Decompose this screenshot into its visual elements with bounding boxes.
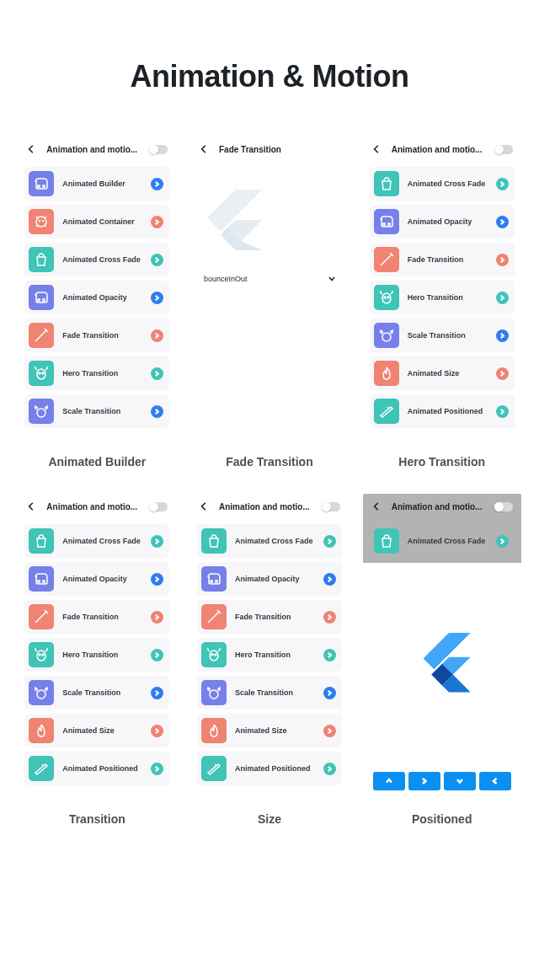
- back-button[interactable]: [26, 501, 38, 512]
- theme-toggle[interactable]: [494, 502, 513, 511]
- left-button[interactable]: [479, 772, 511, 790]
- chevron-icon: [151, 367, 163, 380]
- caption: Animated Builder: [48, 455, 146, 469]
- list-row[interactable]: Hero Transition: [24, 356, 169, 390]
- bag-icon: [374, 171, 399, 196]
- list-row[interactable]: Animated Positioned: [370, 394, 515, 428]
- chevron-icon: [323, 535, 336, 548]
- row-label: Animated Positioned: [408, 407, 496, 415]
- bag-icon: [29, 528, 54, 554]
- chevron-icon: [151, 405, 163, 418]
- back-button[interactable]: [199, 501, 211, 512]
- chevron-icon: [151, 573, 163, 586]
- list-row[interactable]: Animated Cross Fade: [24, 243, 169, 276]
- theme-toggle[interactable]: [322, 502, 340, 511]
- row-label: Animated Positioned: [62, 764, 151, 773]
- buffalo-icon: [374, 323, 399, 348]
- list-row[interactable]: Animated Container: [24, 205, 169, 238]
- chevron-icon: [151, 649, 163, 661]
- cow-icon: [29, 642, 54, 667]
- phone-size: Animation and motio... Animated Cross Fa…: [190, 494, 349, 797]
- phone-animated-builder: Animation and motio... Animated BuilderA…: [18, 137, 176, 440]
- list-row[interactable]: Animated Cross Fade: [370, 167, 515, 201]
- theme-toggle[interactable]: [149, 145, 168, 154]
- list-row[interactable]: Animated Cross Fade: [24, 524, 169, 558]
- list-row[interactable]: Animated Opacity: [24, 281, 169, 314]
- back-button[interactable]: [199, 143, 211, 155]
- row-label: Fade Transition: [62, 613, 151, 621]
- pen-icon: [374, 247, 399, 272]
- flutter-logo: [408, 626, 476, 693]
- appbar-title: Animation and motio...: [392, 145, 494, 154]
- list-row[interactable]: Animated Opacity: [370, 205, 515, 238]
- list-row[interactable]: Fade Transition: [24, 600, 169, 634]
- cow-icon: [29, 361, 54, 386]
- list-row[interactable]: Animated Opacity: [24, 562, 169, 596]
- chevron-icon: [496, 178, 509, 190]
- list-row[interactable]: Scale Transition: [370, 319, 515, 352]
- buffalo-icon: [29, 399, 54, 424]
- chevron-icon: [151, 292, 163, 304]
- row-label: Animated Opacity: [62, 575, 151, 583]
- chevron-icon: [323, 725, 336, 737]
- caption: Size: [258, 812, 281, 826]
- list-row[interactable]: Animated Opacity: [197, 562, 342, 596]
- fire-icon: [29, 718, 54, 743]
- list-row[interactable]: Animated Positioned: [24, 752, 169, 785]
- list-row[interactable]: Fade Transition: [24, 319, 169, 352]
- list-row[interactable]: Animated Cross Fade: [370, 524, 515, 558]
- chevron-icon: [151, 725, 163, 737]
- rifle-icon: [374, 399, 399, 424]
- list-row[interactable]: Hero Transition: [197, 638, 342, 672]
- row-label: Hero Transition: [62, 651, 151, 659]
- list-row[interactable]: Hero Transition: [24, 638, 169, 672]
- theme-toggle[interactable]: [149, 502, 168, 511]
- page-title: Animation & Motion: [0, 0, 539, 137]
- right-button[interactable]: [408, 772, 440, 790]
- list-row[interactable]: Hero Transition: [370, 281, 515, 314]
- row-label: Scale Transition: [62, 688, 151, 697]
- fire-icon: [374, 361, 399, 386]
- list-row[interactable]: Animated Size: [24, 714, 169, 747]
- caption: Hero Transition: [398, 455, 485, 469]
- easing-dropdown[interactable]: bounceInOut: [190, 268, 349, 290]
- back-button[interactable]: [371, 143, 383, 155]
- row-label: Scale Transition: [62, 407, 151, 415]
- row-label: Scale Transition: [235, 688, 323, 697]
- theme-toggle[interactable]: [494, 145, 513, 154]
- row-label: Hero Transition: [62, 369, 151, 378]
- list-row[interactable]: Fade Transition: [370, 243, 515, 276]
- row-label: Hero Transition: [235, 651, 323, 659]
- row-label: Animated Cross Fade: [62, 255, 151, 264]
- row-label: Fade Transition: [235, 613, 323, 621]
- chevron-icon: [496, 367, 509, 380]
- phone-positioned: Animation and motio... Animated Cross Fa…: [363, 494, 521, 797]
- chevron-icon: [323, 763, 336, 775]
- chevron-icon: [151, 763, 163, 775]
- back-button[interactable]: [26, 143, 38, 155]
- list-row[interactable]: Fade Transition: [197, 600, 342, 634]
- elephant-icon: [29, 285, 54, 310]
- list-row[interactable]: Animated Cross Fade: [197, 524, 342, 558]
- list-row[interactable]: Scale Transition: [197, 676, 342, 710]
- down-button[interactable]: [444, 772, 476, 790]
- lion-icon: [29, 209, 54, 234]
- up-button[interactable]: [373, 772, 405, 790]
- list-row[interactable]: Scale Transition: [24, 394, 169, 428]
- list-row[interactable]: Animated Size: [370, 356, 515, 390]
- chevron-icon: [151, 254, 163, 266]
- pen-icon: [29, 323, 54, 348]
- list-row[interactable]: Animated Positioned: [197, 752, 342, 785]
- chevron-icon: [496, 254, 509, 266]
- rifle-icon: [29, 756, 54, 781]
- row-label: Animated Size: [235, 726, 323, 735]
- back-button[interactable]: [371, 501, 383, 512]
- list-row[interactable]: Animated Builder: [24, 167, 169, 201]
- list-row[interactable]: Animated Size: [197, 714, 342, 747]
- buffalo-icon: [201, 680, 227, 705]
- row-label: Animated Positioned: [235, 764, 323, 773]
- list-row[interactable]: Scale Transition: [24, 676, 169, 710]
- row-label: Animated Opacity: [235, 575, 323, 583]
- pen-icon: [201, 604, 227, 629]
- row-label: Hero Transition: [408, 293, 496, 302]
